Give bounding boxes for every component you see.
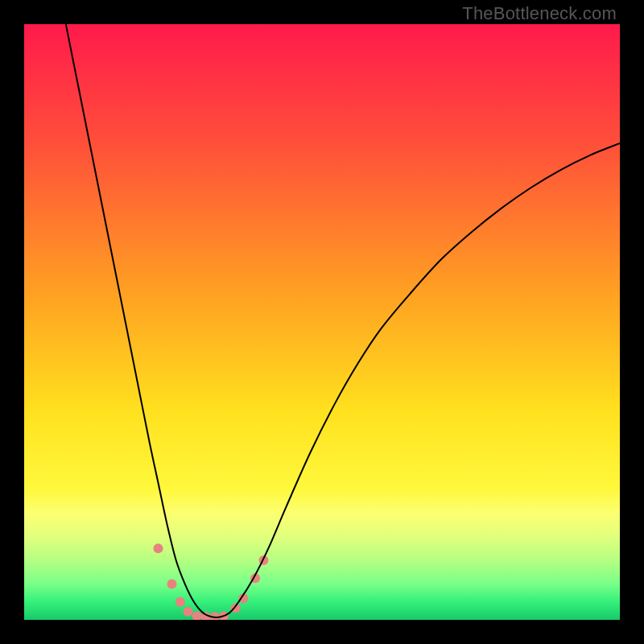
- highlight-dot: [184, 607, 193, 617]
- highlight-dot: [154, 543, 163, 553]
- plot-area: [24, 24, 620, 620]
- highlight-dot: [167, 580, 177, 589]
- chart-frame: TheBottleneck.com: [0, 0, 644, 644]
- bottleneck-curve: [66, 24, 620, 617]
- highlight-dot: [175, 597, 185, 607]
- watermark-text: TheBottleneck.com: [462, 3, 617, 24]
- curve-layer: [24, 24, 620, 620]
- highlight-dot: [192, 612, 202, 620]
